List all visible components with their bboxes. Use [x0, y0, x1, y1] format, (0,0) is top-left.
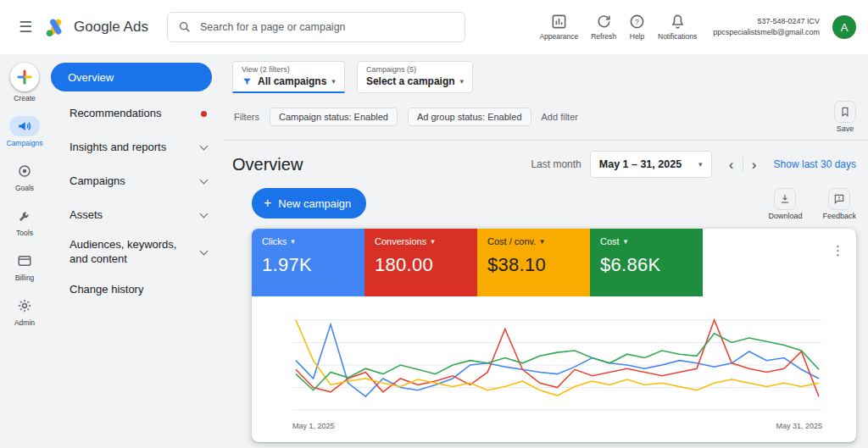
refresh-label: Refresh [591, 32, 616, 41]
date-range-selector[interactable]: May 1 – 31, 2025 ▾ [590, 151, 712, 178]
search-input[interactable] [198, 20, 454, 34]
chart-actions: Download Feedback [768, 188, 856, 220]
scorecard-clicks[interactable]: Clicks ▾ 1.97K [252, 229, 364, 296]
dropdown-arrow-icon: ▾ [698, 160, 703, 169]
scorecard-cost[interactable]: Cost ▾ $6.86K [590, 229, 703, 296]
rail-label-campaigns: Campaigns [7, 139, 43, 147]
feedback-button[interactable]: Feedback [822, 188, 856, 220]
scorecard-cost-value: $6.86K [600, 254, 693, 276]
view-filter-value: All campaigns [258, 75, 326, 87]
topbar-actions: Appearance Refresh ? Help Notifications … [539, 14, 856, 41]
sidebar-item-audiences[interactable]: Audiences, keywords, and content [49, 232, 222, 273]
rail-label-create: Create [14, 94, 36, 102]
x-axis: May 1, 2025 May 31, 2025 [292, 418, 822, 439]
tools-icon [9, 206, 40, 226]
next-period-button[interactable]: › [743, 153, 765, 175]
page-actions-row: + New campaign Download [252, 188, 856, 220]
add-filter-button[interactable]: Add filter [542, 112, 578, 122]
filter-chip-ad-group-status[interactable]: Ad group status: Enabled [408, 108, 531, 126]
page-title: Overview [232, 155, 303, 174]
create-plus-icon [10, 63, 39, 91]
notification-dot [201, 111, 207, 117]
rail-item-goals[interactable]: Goals [9, 161, 40, 192]
rail-label-billing: Billing [15, 274, 35, 282]
sidebar-label-campaigns: Campaigns [70, 174, 194, 189]
account-email: ppcspecialistsmelb@gmail.com [713, 27, 820, 38]
new-campaign-button[interactable]: + New campaign [252, 188, 366, 218]
rail-item-create[interactable]: Create [10, 63, 39, 102]
show-last-30-days-link[interactable]: Show last 30 days [774, 158, 856, 170]
google-ads-logo[interactable]: Google Ads [44, 16, 148, 39]
chevron-down-icon [200, 209, 209, 218]
rail-item-campaigns[interactable]: Campaigns [7, 116, 43, 147]
timeseries-chart[interactable] [292, 310, 822, 418]
scorecard-cost-per-conv-value: $38.10 [487, 254, 580, 276]
search-box[interactable] [167, 12, 465, 42]
chevron-down-icon [200, 246, 209, 255]
sidebar-label-change-history: Change history [70, 283, 207, 297]
save-button[interactable]: Save [834, 101, 856, 133]
rail-item-admin[interactable]: Admin [9, 296, 40, 327]
rail-item-billing[interactable]: Billing [9, 251, 40, 282]
sidebar-item-campaigns[interactable]: Campaigns [49, 164, 222, 198]
chevron-down-icon [200, 175, 209, 184]
appearance-label: Appearance [539, 32, 578, 41]
sidebar-item-overview[interactable]: Overview [51, 63, 212, 91]
funnel-icon [242, 76, 253, 87]
date-preset-label: Last month [531, 158, 581, 170]
main-content: View (2 filters) All campaigns ▾ Campaig… [222, 54, 868, 448]
campaigns-icon [9, 116, 40, 136]
goals-icon [9, 161, 40, 181]
filters-label: Filters [234, 112, 259, 122]
filter-chips-row: Filters Campaign status: Enabled Ad grou… [222, 99, 868, 140]
previous-period-button[interactable]: ‹ [721, 153, 743, 175]
overview-card: Clicks ▾ 1.97K Conversions ▾ 180.00 Cost… [252, 229, 856, 442]
sidebar-item-change-history[interactable]: Change history [49, 273, 222, 307]
view-filter-dropdown[interactable]: View (2 filters) All campaigns ▾ [232, 61, 345, 93]
sidebar-item-insights-and-reports[interactable]: Insights and reports [49, 130, 222, 164]
icon-rail: Create Campaigns Goals [0, 54, 49, 448]
sidebar-nav: Overview Recommendations Insights and re… [49, 54, 222, 448]
overview-chart: May 1, 2025 May 31, 2025 [252, 296, 856, 442]
feedback-icon [828, 188, 850, 210]
dropdown-arrow-icon: ▾ [291, 237, 295, 246]
kebab-menu-icon[interactable]: ⋮ [832, 244, 844, 257]
scorecard-conversions-label: Conversions [375, 236, 426, 246]
rail-label-goals: Goals [15, 184, 34, 192]
date-controls: Last month May 1 – 31, 2025 ▾ ‹ › Show l… [531, 151, 856, 178]
x-axis-end-label: May 31, 2025 [776, 422, 822, 430]
appearance-icon [551, 14, 567, 30]
help-button[interactable]: ? Help [629, 14, 645, 41]
scorecards: Clicks ▾ 1.97K Conversions ▾ 180.00 Cost… [252, 229, 856, 296]
campaign-select-dropdown[interactable]: Campaigns (5) Select a campaign ▾ [357, 61, 473, 93]
sidebar-item-recommendations[interactable]: Recommendations [49, 97, 222, 130]
svg-text:?: ? [635, 18, 639, 26]
scorecard-conversions[interactable]: Conversions ▾ 180.00 [364, 229, 477, 296]
download-button[interactable]: Download [768, 188, 802, 220]
notifications-icon [670, 14, 686, 30]
help-label: Help [630, 32, 644, 41]
filter-chip-campaign-status[interactable]: Campaign status: Enabled [270, 108, 398, 126]
app-name: Google Ads [74, 19, 148, 36]
scorecard-cost-per-conv-label: Cost / conv. [487, 236, 536, 246]
sidebar-label-audiences: Audiences, keywords, and content [70, 238, 194, 267]
dropdown-arrow-icon: ▾ [431, 237, 435, 246]
x-axis-start-label: May 1, 2025 [292, 422, 335, 430]
menu-button[interactable]: ☰ [8, 10, 42, 44]
scorecard-clicks-value: 1.97K [262, 254, 354, 276]
sidebar-item-assets[interactable]: Assets [49, 198, 222, 232]
hamburger-icon: ☰ [19, 19, 32, 36]
download-label: Download [768, 212, 802, 220]
view-filters-row: View (2 filters) All campaigns ▾ Campaig… [222, 54, 868, 99]
notifications-button[interactable]: Notifications [658, 14, 697, 41]
scorecard-cost-per-conv[interactable]: Cost / conv. ▾ $38.10 [477, 229, 590, 296]
dropdown-arrow-icon: ▾ [331, 77, 336, 86]
download-icon [774, 188, 796, 210]
save-icon [834, 101, 856, 123]
google-ads-logo-icon [44, 16, 67, 39]
avatar[interactable]: A [832, 15, 856, 39]
campaign-select-label: Campaigns (5) [366, 65, 464, 74]
appearance-button[interactable]: Appearance [539, 14, 578, 41]
rail-item-tools[interactable]: Tools [9, 206, 40, 237]
refresh-button[interactable]: Refresh [591, 14, 616, 41]
